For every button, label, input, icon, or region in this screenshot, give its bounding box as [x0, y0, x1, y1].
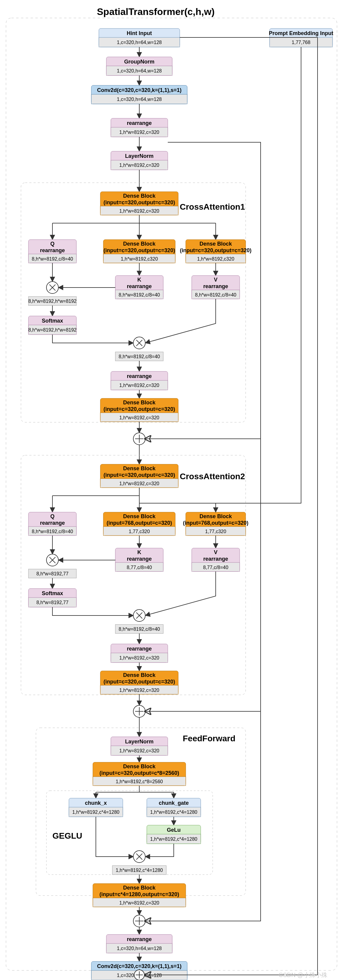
- node-rearrange-1: rearrange 1,h*w=8192,c=320: [111, 118, 168, 137]
- svg-text:Hint Input: Hint Input: [127, 30, 152, 36]
- svg-text:Conv2d(c=320,c=320,k=(1,1),s=1: Conv2d(c=320,c=320,k=(1,1),s=1): [97, 963, 182, 969]
- node-chunk-x: chunk_x 1,h*w=8192,c*4=1280: [69, 798, 123, 817]
- svg-text:rearrange: rearrange: [203, 556, 228, 562]
- svg-text:8,h*w=8192,c/8=40: 8,h*w=8192,c/8=40: [32, 256, 73, 261]
- node-dense-ff2: Dense Block (input=c*4=1280,output=c=320…: [93, 883, 186, 907]
- svg-text:Dense Block: Dense Block: [123, 193, 156, 199]
- svg-text:Dense Block: Dense Block: [123, 241, 156, 247]
- svg-text:1,h*w=8192,c=320: 1,h*w=8192,c=320: [119, 655, 160, 660]
- node-v-rearrange-ca1: V rearrange 8,h*w=8192,c/8=40: [192, 275, 240, 299]
- svg-text:1,h*w=8192,c320: 1,h*w=8192,c320: [121, 256, 158, 261]
- group-label-ca2: CrossAttention2: [180, 472, 245, 481]
- svg-text:Dense Block: Dense Block: [199, 513, 232, 519]
- svg-text:8,h*w=8192,c/8=40: 8,h*w=8192,c/8=40: [119, 627, 160, 632]
- svg-text:chunk_x: chunk_x: [85, 800, 107, 806]
- svg-text:chunk_gate: chunk_gate: [159, 800, 189, 806]
- svg-text:1,h*w=8192,c=320: 1,h*w=8192,c=320: [119, 415, 160, 420]
- svg-text:LayerNorm: LayerNorm: [125, 153, 153, 159]
- svg-text:rearrange: rearrange: [127, 936, 152, 942]
- shape-mm1b: 8,h*w=8192,c/8=40: [115, 352, 163, 361]
- svg-text:Dense Block: Dense Block: [123, 513, 156, 519]
- svg-text:1,h*w=8192,c=320: 1,h*w=8192,c=320: [119, 900, 160, 905]
- node-dense-ff1: Dense Block (input=c=320,output=c*8=2560…: [93, 762, 186, 786]
- svg-text:Dense Block: Dense Block: [123, 672, 156, 678]
- svg-text:Softmax: Softmax: [41, 318, 63, 324]
- node-rearrange-out-ca1: rearrange 1,h*w=8192,c=320: [111, 371, 168, 390]
- node-conv2d-1: Conv2d(c=320,c=320,k=(1,1),s=1) 1,c=320,…: [91, 85, 187, 104]
- op-matmul-ca2-sv: [133, 609, 145, 622]
- node-k-rearrange-ca1: K rearrange 8,h*w=8192,c/8=40: [115, 275, 163, 299]
- svg-text:(input=c=320,output=c=320): (input=c=320,output=c=320): [103, 679, 175, 685]
- shape-mm2a: 8,h*w=8192,77: [29, 569, 77, 578]
- svg-text:1,c=320,h=64,w=128: 1,c=320,h=64,w=128: [117, 946, 162, 951]
- svg-text:1,77,c320: 1,77,c320: [129, 529, 150, 534]
- svg-text:(input=c=320,output=c=320): (input=c=320,output=c=320): [103, 247, 175, 253]
- svg-text:1,c=320,h=64,w=128: 1,c=320,h=64,w=128: [117, 40, 162, 45]
- op-add-3: [133, 915, 145, 927]
- svg-text:rearrange: rearrange: [127, 120, 152, 126]
- shape-mm1a: 8,h*w=8192,h*w=8192: [28, 296, 77, 305]
- op-add-1: [133, 433, 145, 445]
- node-gelu: GeLu 1,h*w=8192,c*4=1280: [147, 825, 201, 844]
- svg-text:8,h*w=8192,c/8=40: 8,h*w=8192,c/8=40: [119, 354, 160, 359]
- node-dense-ca1-top: Dense Block (input=c=320,output=c=320) 1…: [101, 192, 178, 215]
- svg-text:1,h*w=8192,c=320: 1,h*w=8192,c=320: [119, 383, 160, 388]
- svg-text:rearrange: rearrange: [127, 556, 152, 562]
- node-hint-input: Hint Input 1,c=320,h=64,w=128: [99, 29, 180, 47]
- svg-text:1,77,768: 1,77,768: [292, 40, 310, 45]
- diagram-title: SpatialTransformer(c,h,w): [97, 6, 215, 17]
- svg-text:1,77,c320: 1,77,c320: [205, 529, 226, 534]
- svg-text:1,h*w=8192,c*4=1280: 1,h*w=8192,c*4=1280: [116, 868, 163, 873]
- svg-text:Dense Block: Dense Block: [123, 399, 156, 406]
- node-softmax-ca2: Softmax 8,h*w=8192,77: [29, 589, 77, 607]
- svg-text:1,h*w=8192,c=320: 1,h*w=8192,c=320: [119, 208, 160, 213]
- svg-text:(input=c=320,output=c=320): (input=c=320,output=c=320): [103, 472, 175, 478]
- svg-text:1,h*w=8192,c=320: 1,h*w=8192,c=320: [119, 688, 160, 693]
- node-rearrange-out-ca2: rearrange 1,h*w=8192,c=320: [111, 644, 168, 662]
- group-label-ff: FeedForward: [183, 734, 236, 743]
- group-label-geglu: GEGLU: [53, 831, 82, 840]
- svg-text:1,h*w=8192,c*4=1280: 1,h*w=8192,c*4=1280: [150, 837, 198, 842]
- svg-text:Dense Block: Dense Block: [123, 764, 156, 770]
- svg-text:GeLu: GeLu: [167, 827, 181, 833]
- op-matmul-ca2-qk: [46, 554, 58, 566]
- node-k-rearrange-ca2: K rearrange 8,77,c/8=40: [115, 548, 163, 571]
- svg-text:Q: Q: [50, 513, 54, 519]
- svg-text:8,h*w=8192,c/8=40: 8,h*w=8192,c/8=40: [119, 292, 160, 298]
- svg-text:Prompt Embedding Input: Prompt Embedding Input: [269, 30, 333, 36]
- node-q-rearrange-ca1: Q rearrange 8,h*w=8192,c/8=40: [29, 240, 77, 263]
- watermark: CSDN @小殊小殊: [279, 972, 327, 978]
- op-matmul-ca1-qk: [46, 282, 58, 294]
- svg-text:K: K: [137, 277, 141, 283]
- svg-text:(input=c=320,output=c=320): (input=c=320,output=c=320): [103, 406, 175, 412]
- svg-text:(input=c=320,output=c=320): (input=c=320,output=c=320): [180, 247, 251, 253]
- node-layernorm-1: LayerNorm 1,h*w=8192,c=320: [111, 151, 168, 170]
- svg-text:Conv2d(c=320,c=320,k=(1,1),s=1: Conv2d(c=320,c=320,k=(1,1),s=1): [97, 87, 182, 93]
- svg-text:V: V: [214, 549, 217, 555]
- svg-text:1,h*w=8192,c=320: 1,h*w=8192,c=320: [119, 130, 160, 135]
- svg-text:1,h*w=8192,c=320: 1,h*w=8192,c=320: [119, 481, 160, 486]
- svg-text:rearrange: rearrange: [127, 646, 152, 652]
- svg-text:Q: Q: [50, 241, 54, 247]
- op-matmul-ff: [133, 851, 145, 862]
- node-layernorm-2: LayerNorm 1,h*w=8192,c=320: [111, 737, 168, 756]
- svg-text:rearrange: rearrange: [127, 373, 152, 379]
- node-dense-out-ca2: Dense Block (input=c=320,output=c=320) 1…: [101, 671, 178, 694]
- op-matmul-ca1-sv: [133, 337, 145, 349]
- svg-text:V: V: [214, 277, 217, 283]
- svg-text:LayerNorm: LayerNorm: [125, 738, 153, 745]
- svg-text:8,h*w=8192,c/8=40: 8,h*w=8192,c/8=40: [32, 529, 73, 534]
- node-rearrange-end: rearrange 1,c=320,h=64,w=128: [106, 934, 172, 953]
- svg-text:rearrange: rearrange: [127, 283, 152, 290]
- svg-text:rearrange: rearrange: [40, 247, 65, 253]
- svg-text:(input=c=320,output=c=320): (input=c=320,output=c=320): [103, 199, 175, 205]
- svg-text:1,c=320,h=64,w=128: 1,c=320,h=64,w=128: [117, 97, 162, 102]
- svg-text:1,h*w=8192,c*4=1280: 1,h*w=8192,c*4=1280: [72, 810, 120, 815]
- svg-text:1,h*w=8192,c*4=1280: 1,h*w=8192,c*4=1280: [150, 810, 198, 815]
- svg-text:Dense Block: Dense Block: [199, 241, 232, 247]
- svg-text:GroupNorm: GroupNorm: [124, 59, 155, 65]
- shape-mm2b: 8,h*w=8192,c/8=40: [115, 624, 163, 633]
- svg-text:8,h*w=8192,77: 8,h*w=8192,77: [36, 600, 68, 605]
- node-dense-k-ca1: Dense Block (input=c=320,output=c=320) 1…: [103, 240, 175, 263]
- node-dense-out-ca1: Dense Block (input=c=320,output=c=320) 1…: [101, 398, 178, 422]
